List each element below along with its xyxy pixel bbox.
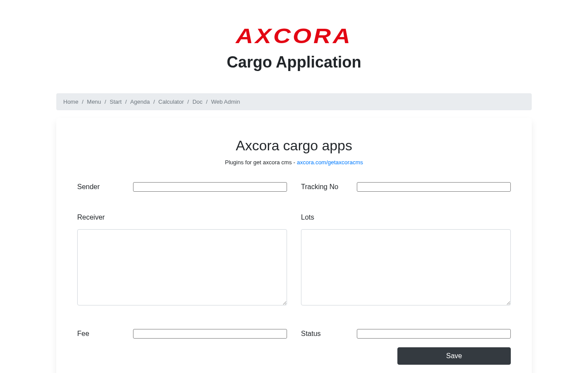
card-subtitle: Plugins for get axcora cms - axcora.com/… xyxy=(77,159,511,166)
card-title: Axcora cargo apps xyxy=(77,138,511,154)
subtitle-link[interactable]: axcora.com/getaxcoracms xyxy=(297,159,363,166)
save-button[interactable]: Save xyxy=(397,347,511,365)
lots-label: Lots xyxy=(301,214,511,221)
sender-input[interactable] xyxy=(133,182,287,192)
tracking-no-label: Tracking No xyxy=(301,183,357,191)
receiver-label: Receiver xyxy=(77,214,287,221)
breadcrumb-doc[interactable]: Doc xyxy=(192,98,202,105)
lots-textarea[interactable] xyxy=(301,229,511,305)
breadcrumb-web-admin[interactable]: Web Admin xyxy=(211,98,240,105)
fee-input[interactable] xyxy=(133,329,287,339)
receiver-textarea[interactable] xyxy=(77,229,287,305)
status-input[interactable] xyxy=(357,329,511,339)
breadcrumb-start[interactable]: Start xyxy=(109,98,121,105)
app-title: Cargo Application xyxy=(0,53,588,71)
status-label: Status xyxy=(301,330,357,338)
breadcrumb-menu[interactable]: Menu xyxy=(87,98,101,105)
fee-label: Fee xyxy=(77,330,133,338)
breadcrumb-calculator[interactable]: Calculator xyxy=(158,98,184,105)
breadcrumb: Home Menu Start Agenda Calculator Doc We… xyxy=(56,93,532,110)
breadcrumb-agenda[interactable]: Agenda xyxy=(130,98,150,105)
sender-label: Sender xyxy=(77,183,133,191)
logo-text: AXCORA xyxy=(236,24,352,48)
main-card: Axcora cargo apps Plugins for get axcora… xyxy=(56,118,532,373)
subtitle-text: Plugins for get axcora cms - xyxy=(225,159,297,166)
tracking-no-input[interactable] xyxy=(357,182,511,192)
breadcrumb-home[interactable]: Home xyxy=(63,98,79,105)
